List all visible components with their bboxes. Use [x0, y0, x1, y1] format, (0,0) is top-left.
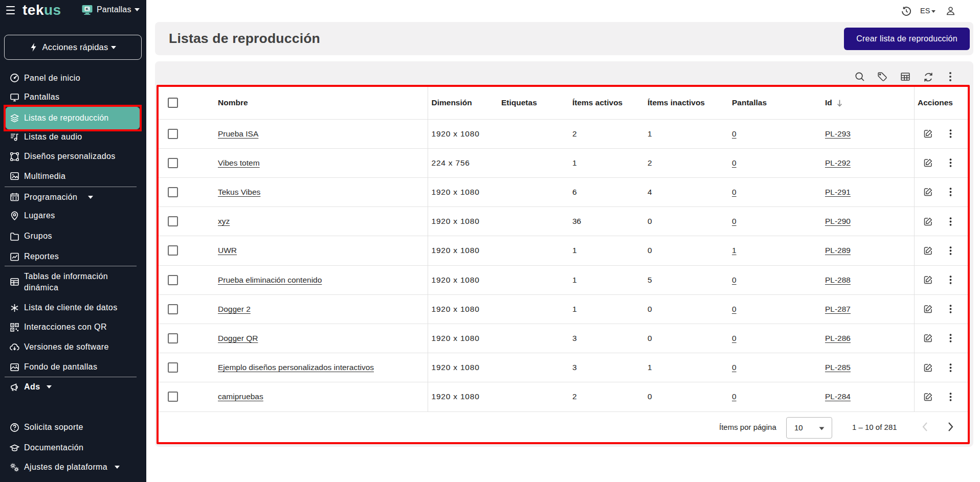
svg-text:K: K: [86, 7, 89, 11]
